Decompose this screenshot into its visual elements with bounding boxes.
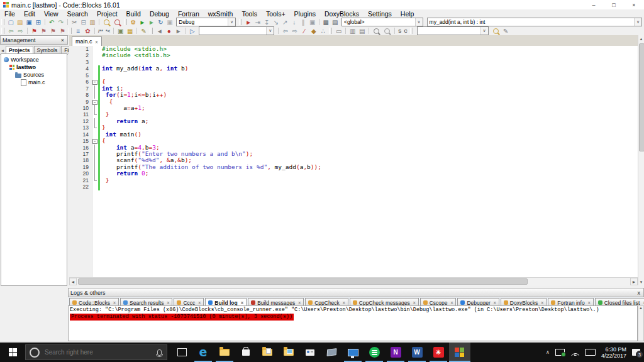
build-and-run-button[interactable]: ► — [147, 18, 157, 26]
next-line-button[interactable]: ↧ — [262, 18, 272, 26]
scroll-down-icon[interactable]: ▼ — [638, 278, 644, 285]
log-tab-close-icon[interactable]: x — [494, 300, 496, 305]
tree-item-workspace[interactable]: Workspace — [1, 56, 67, 63]
menu-toolsplus[interactable]: Tools+ — [262, 10, 290, 18]
log-tab-close-icon[interactable]: x — [413, 300, 416, 305]
this-pc-app[interactable] — [342, 343, 364, 362]
fold-start-icon[interactable] — [92, 79, 98, 85]
undo-button[interactable]: ↶ — [47, 18, 57, 26]
scroll-right-icon[interactable]: ► — [630, 278, 638, 285]
match-case-button[interactable]: ∴ — [318, 27, 328, 35]
threadsearch-next-button[interactable]: ► — [174, 27, 183, 35]
antivirus-app[interactable]: ✳ — [428, 343, 449, 362]
dropdown-arrow-icon[interactable]: ∨ — [480, 27, 488, 35]
log-tab-close-icon[interactable]: x — [198, 300, 201, 305]
log-tab-close-icon[interactable]: x — [343, 300, 345, 305]
doxyblocks-config-button[interactable]: ✿ — [83, 27, 92, 35]
menu-view[interactable]: View — [40, 10, 63, 18]
editor-tab-close-icon[interactable]: x — [96, 39, 98, 45]
log-tab-close-icon[interactable]: x — [113, 300, 116, 305]
zoom-out-button[interactable] — [384, 28, 390, 34]
fold-start-icon[interactable] — [92, 99, 98, 105]
run-button[interactable]: ► — [138, 18, 147, 26]
remote-desktop-app[interactable] — [321, 343, 342, 362]
menu-help[interactable]: Help — [396, 10, 419, 18]
menu-build[interactable]: Build — [122, 10, 145, 18]
redo-button[interactable]: ↷ — [56, 18, 65, 26]
run-to-cursor-button[interactable]: ⇥ — [253, 18, 262, 26]
keybinder-button[interactable]: ✎ — [139, 27, 148, 35]
incremental-search-options-button[interactable]: ✎ — [501, 27, 511, 35]
zoom-in-button[interactable] — [374, 28, 379, 34]
code-line[interactable]: 14 int main() — [69, 131, 638, 138]
select-word-button[interactable]: ◆ — [309, 27, 318, 35]
word-app[interactable]: W — [406, 343, 428, 362]
code-editor[interactable]: 1#include <stdio.h>2#include <stdlib.h>3… — [69, 46, 638, 277]
nav-back-button[interactable]: ⇦ — [6, 27, 16, 35]
menu-doxyblocks[interactable]: DoxyBlocks — [320, 10, 364, 18]
nav-forward-button[interactable]: ⇨ — [16, 27, 25, 35]
log-tab-close-icon[interactable]: x — [541, 300, 543, 305]
taskbar-search[interactable] — [25, 344, 167, 360]
scroll-left-icon[interactable]: ◄ — [69, 278, 77, 285]
search-next-button[interactable]: ⇨ — [290, 27, 299, 35]
fold-start-icon[interactable] — [92, 138, 98, 144]
menu-debug[interactable]: Debug — [145, 10, 174, 18]
toggle-bookmark-button[interactable]: ⚑ — [30, 27, 39, 35]
comment-block-button[interactable]: /** — [97, 27, 104, 35]
menu-plugins[interactable]: Plugins — [290, 10, 320, 18]
cut-button[interactable]: ✂ — [70, 18, 79, 26]
debugging-windows-button[interactable]: ▦ — [321, 18, 331, 26]
pictures-folder-app[interactable] — [278, 343, 299, 362]
taskbar-clock[interactable]: 6:30 PM 4/22/2017 — [601, 346, 626, 359]
stop-debugger-button[interactable]: ▣ — [308, 18, 317, 26]
search-prev-button[interactable]: ⇦ — [280, 27, 290, 35]
log-tab-close-icon[interactable]: x — [588, 300, 591, 305]
abort-build-button[interactable]: ▣ — [165, 18, 175, 26]
touch-keyboard-icon[interactable] — [585, 349, 596, 356]
tree-item-lasttwo[interactable]: lasttwo — [1, 63, 67, 71]
threadsearch-stop-button[interactable]: ● — [164, 27, 174, 35]
find-button[interactable] — [104, 19, 109, 25]
tab-main-c[interactable]: main.c x — [72, 36, 102, 46]
code-line[interactable]: 13} — [69, 124, 638, 131]
minimize-button[interactable]: – — [584, 0, 604, 9]
split-view-button[interactable]: ▥ — [348, 27, 357, 35]
wxsmith-dialog-button[interactable]: ▦ — [125, 27, 135, 35]
codeblocks-app[interactable] — [449, 343, 470, 362]
next-instruction-button[interactable]: ↓ — [289, 18, 299, 26]
tree-item-sources[interactable]: Sources — [1, 71, 67, 79]
scroll-up-icon[interactable]: ▲ — [638, 35, 644, 42]
code-line[interactable]: 6{ — [69, 79, 638, 85]
dropdown-arrow-icon[interactable]: ∨ — [415, 18, 423, 26]
editor-horizontal-scrollbar[interactable]: ◄ ► — [69, 277, 638, 286]
threadsearch-prev-button[interactable]: ◄ — [155, 27, 164, 35]
clear-bookmarks-button[interactable]: ⚑ — [58, 27, 67, 35]
prev-bookmark-button[interactable]: ⚑ — [39, 27, 48, 35]
start-button[interactable] — [0, 343, 25, 362]
tree-item-main-c[interactable]: main.c — [1, 79, 67, 86]
log-tab-close-icon[interactable]: x — [167, 300, 169, 305]
step-into-button[interactable]: ↘ — [271, 18, 280, 26]
hscroll-thumb[interactable] — [78, 278, 528, 285]
build-target-select[interactable]: Debug∨ — [176, 18, 236, 26]
documents-folder-app[interactable] — [257, 343, 278, 362]
management-close-icon[interactable]: × — [60, 37, 65, 43]
menu-search[interactable]: Search — [63, 10, 92, 18]
code-line[interactable]: 8 for(i=1;i<=b;i++) — [69, 92, 638, 98]
dropdown-arrow-icon[interactable]: ∨ — [266, 27, 274, 35]
log-tab-close-icon[interactable]: x — [450, 300, 453, 305]
wifi-icon[interactable] — [570, 349, 579, 356]
threadsearch-input[interactable]: ∨ — [199, 26, 274, 35]
window-list-button[interactable]: ▤ — [357, 27, 367, 35]
select-mode-button[interactable]: ▭ — [334, 27, 343, 35]
code-line[interactable]: 20 return 0; — [69, 170, 638, 177]
replace-button[interactable] — [114, 19, 120, 25]
code-line[interactable]: 11 } — [69, 111, 638, 118]
code-line[interactable]: 2#include <stdlib.h> — [69, 52, 638, 58]
dropdown-arrow-icon[interactable]: ∨ — [228, 18, 235, 26]
action-center-icon[interactable]: 3 — [632, 349, 640, 356]
store-app[interactable] — [235, 343, 257, 362]
device-status-icon[interactable] — [555, 349, 565, 356]
code-line[interactable]: 12 return a; — [69, 118, 638, 124]
